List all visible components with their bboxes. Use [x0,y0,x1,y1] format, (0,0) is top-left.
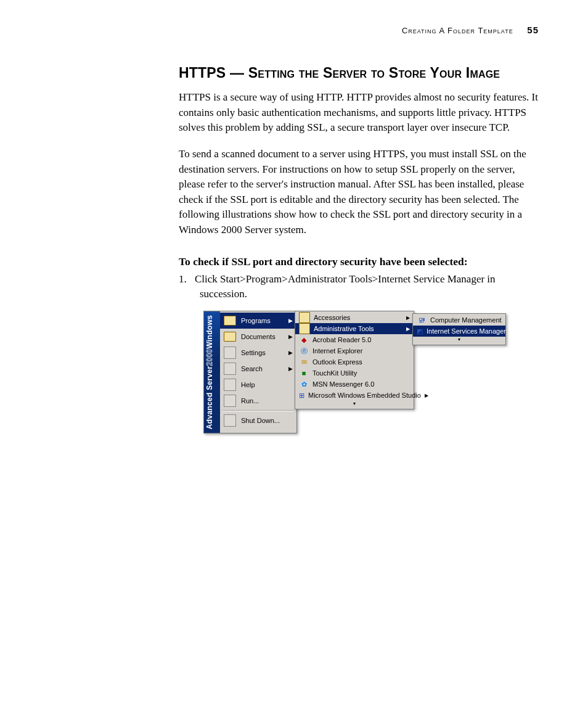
menu-separator [223,410,294,411]
ie-icon: ⓔ [299,346,309,356]
help-icon [224,379,236,391]
folder-icon [299,312,310,323]
paragraph-1: HTTPS is a secure way of using HTTP. HTT… [179,90,539,136]
start-item-shutdown[interactable]: Shut Down... [220,413,296,429]
chevron-right-icon: ▶ [425,393,428,398]
chevron-right-icon: ▶ [406,315,410,321]
start-item-run[interactable]: Run... [220,393,296,409]
start-item-help[interactable]: Help [220,377,296,393]
start-item-documents[interactable]: Documents ▶ [220,329,296,345]
programs-item-embedded[interactable]: ⊞ Microsoft Windows Embedded Studio ▶ [295,390,414,401]
programs-item-msn[interactable]: ✿ MSN Messenger 6.0 [295,379,414,390]
paragraph-2: To send a scanned document to a server u… [179,147,539,238]
start-item-settings[interactable]: Settings ▶ [220,345,296,361]
admintools-submenu: 🖳 Computer Management ◩ Internet Service… [412,313,506,345]
mail-icon: ✉ [299,357,309,367]
chevron-right-icon: ▶ [288,318,293,324]
tool-icon: ■ [299,368,309,378]
chevron-down-icon[interactable]: ▾ [413,337,505,344]
programs-item-outlook[interactable]: ✉ Outlook Express [295,356,414,367]
programs-item-acrobat[interactable]: ◆ Acrobat Reader 5.0 [295,334,414,345]
page-header: Creating A Folder Template 55 [179,25,539,35]
programs-item-ie[interactable]: ⓔ Internet Explorer [295,345,414,356]
programs-item-touchkit[interactable]: ■ TouchKit Utility [295,367,414,379]
start-item-search[interactable]: Search ▶ [220,361,296,377]
shutdown-icon [224,414,236,427]
chevron-down-icon[interactable]: ▾ [295,401,414,408]
subheading: To check if SSL port and directory secur… [179,255,539,268]
programs-icon [224,316,236,326]
start-item-programs[interactable]: Programs ▶ [220,313,296,329]
computer-icon: 🖳 [417,315,427,325]
msn-icon: ✿ [299,379,309,389]
programs-item-admintools[interactable]: Administrative Tools ▶ [295,323,414,334]
chevron-right-icon: ▶ [288,350,293,356]
chevron-right-icon: ▶ [288,334,293,340]
windows-icon: ⊞ [299,390,304,400]
chevron-right-icon: ▶ [406,326,410,332]
settings-icon [224,347,236,359]
chevron-right-icon: ▶ [288,366,293,372]
documents-icon [224,332,236,342]
iis-icon: ◩ [417,326,423,336]
page-title: HTTPS — Setting the Server to Store Your… [179,65,539,81]
programs-item-accessories[interactable]: Accessories ▶ [295,312,414,323]
start-menu-sidebar: Advanced Server2000Windows [204,311,220,433]
header-section: Creating A Folder Template [402,26,513,35]
search-icon [224,363,236,375]
pdf-icon: ◆ [299,335,309,345]
programs-submenu: Accessories ▶ Administrative Tools ▶ ◆ A… [295,311,414,409]
header-page-number: 55 [527,25,539,35]
step-1: 1.Click Start>Program>Administrator Tool… [179,272,539,302]
admintools-item-compmgmt[interactable]: 🖳 Computer Management [413,314,505,326]
folder-icon [299,323,310,334]
run-icon [224,395,236,407]
admintools-item-iis[interactable]: ◩ Internet Services Manager [413,326,505,337]
start-menu-illustration: Advanced Server2000Windows Programs ▶ Do… [203,311,499,433]
